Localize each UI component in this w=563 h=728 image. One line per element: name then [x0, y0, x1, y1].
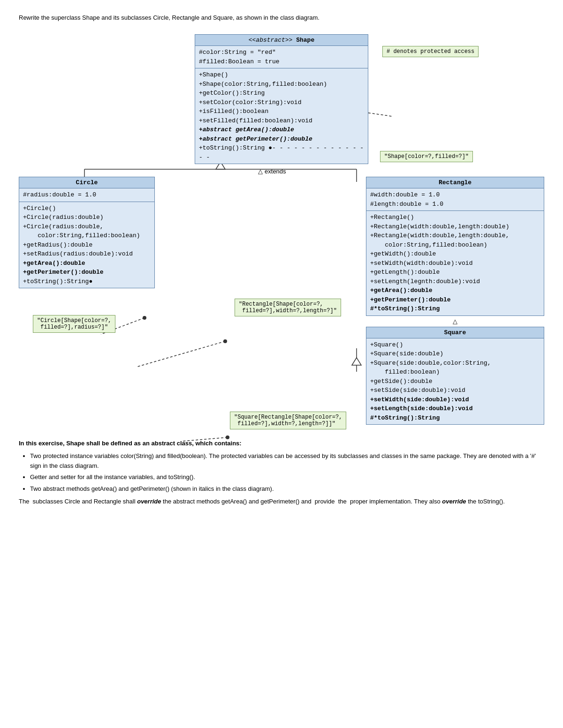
description-section: In this exercise, Shape shall be defined…	[19, 439, 544, 507]
rectangle-method-2: +Rectangle(width:double,length:double)	[370, 222, 540, 232]
square-method-4: +getSide():double	[370, 377, 540, 386]
circle-box-wrapper: Circle #radius:double = 1.0 +Circle() +C…	[19, 177, 155, 288]
square-class-box: Square +Square() +Square(side:double) +S…	[366, 327, 544, 425]
square-method-2: +Square(side:double)	[370, 349, 540, 359]
rectangle-method-8: +getArea():double	[370, 286, 540, 295]
shape-method-1: +Shape()	[199, 70, 364, 80]
square-tostring-annotation: "Square[Rectangle[Shape[color=?, filled=…	[230, 412, 346, 429]
rectangle-field-2: #length:double = 1.0	[370, 200, 540, 209]
bullet-3: Two abstract methods getArea() and getPe…	[30, 484, 544, 494]
rectangle-method-1: +Rectangle()	[370, 213, 540, 222]
circle-method-8: +toString():String●	[23, 277, 151, 286]
shape-method-7: +abstract getArea():double	[199, 125, 364, 135]
bullet-2: Getter and setter for all the instance v…	[30, 473, 544, 482]
shape-tostring-annotation: "Shape[color=?,filled=?]"	[380, 151, 473, 162]
rectangle-tostring-annotation: "Rectangle[Shape[color=?, filled=?],widt…	[235, 299, 341, 316]
rectangle-method-7: +setLength(legnth:double):void	[370, 277, 540, 286]
shape-method-4: +setColor(color:String):void	[199, 98, 364, 107]
circle-method-5: +setRadius(radius:double):void	[23, 249, 151, 259]
square-method-8: #*toString():String	[370, 413, 540, 423]
rectangle-methods: +Rectangle() +Rectangle(width:double,len…	[366, 211, 544, 315]
circle-class-box: Circle #radius:double = 1.0 +Circle() +C…	[19, 177, 155, 288]
shape-field-1: #color:String = "red"	[199, 48, 364, 57]
square-method-3: +Square(side:double,color:String,	[370, 359, 540, 368]
shape-method-3: +getColor():String	[199, 89, 364, 98]
rectangle-header: Rectangle	[366, 177, 544, 188]
shape-method-6: +setFilled(filled:boolean):void	[199, 116, 364, 126]
circle-header: Circle	[19, 177, 154, 188]
circle-tostring-annotation: "Circle[Shape[color=?, filled=?],radius=…	[33, 315, 115, 333]
rectangle-field-1: #width:double = 1.0	[370, 190, 540, 200]
instruction-text: Rewrite the superclass Shape and its sub…	[19, 14, 544, 21]
shape-method-2: +Shape(color:String,filled:boolean)	[199, 80, 364, 89]
rectangle-method-10: #*toString():String	[370, 304, 540, 314]
rectangle-method-3b: color:String,filled:boolean)	[370, 240, 540, 250]
rectangle-class-box: Rectangle #width:double = 1.0 #length:do…	[366, 177, 544, 316]
shape-methods: +Shape() +Shape(color:String,filled:bool…	[195, 68, 368, 164]
square-method-1: +Square()	[370, 340, 540, 350]
rectangle-row: "Rectangle[Shape[color=?, filled=?],widt…	[366, 177, 544, 316]
rect-to-square-extends: △	[453, 318, 457, 325]
shape-fields: #color:String = "red" #filled:Boolean = …	[195, 46, 368, 68]
bottom-classes-row: Circle #radius:double = 1.0 +Circle() +C…	[19, 177, 544, 425]
bullet-1: Two protected instance variables color(S…	[30, 451, 544, 471]
shape-method-9: +toString():String ●- - - - - - - - - - …	[199, 143, 364, 162]
circle-method-4: +getRadius():double	[23, 240, 151, 250]
rectangle-method-3: +Rectangle(width:double,length:double,	[370, 231, 540, 240]
rectangle-method-6: +getLength():double	[370, 268, 540, 277]
extends-label: △ extends	[258, 168, 286, 175]
shape-header: <<abstract>> Shape	[195, 35, 368, 46]
rectangle-method-9: +getPerimeter():double	[370, 295, 540, 305]
square-methods: +Square() +Square(side:double) +Square(s…	[366, 338, 544, 425]
protected-annotation: # denotes protected access	[382, 46, 479, 57]
circle-methods: +Circle() +Circle(radius:double) +Circle…	[19, 202, 154, 288]
shape-field-2: #filled:Boolean = true	[199, 57, 364, 67]
rectangle-square-column: "Rectangle[Shape[color=?, filled=?],widt…	[366, 177, 544, 425]
circle-method-1: +Circle()	[23, 204, 151, 213]
circle-method-2: +Circle(radius:double)	[23, 213, 151, 222]
square-header: Square	[366, 327, 544, 338]
description-conclusion: The subclasses Circle and Rectangle shal…	[19, 497, 544, 507]
rectangle-fields: #width:double = 1.0 #length:double = 1.0	[366, 188, 544, 211]
circle-method-3b: color:String,filled:boolean)	[23, 231, 151, 240]
circle-method-7: +getPerimeter():double	[23, 268, 151, 277]
rectangle-annotation-wrapper: "Rectangle[Shape[color=?, filled=?],widt…	[235, 299, 341, 316]
circle-fields: #radius:double = 1.0	[19, 188, 154, 202]
shape-method-5: +isFilled():boolean	[199, 107, 364, 116]
shape-class-box: <<abstract>> Shape #color:String = "red"…	[195, 34, 368, 164]
square-method-5: +setSide(side:double):void	[370, 386, 540, 395]
diagram-area: <<abstract>> Shape #color:String = "red"…	[19, 30, 544, 425]
shape-box-wrapper: <<abstract>> Shape #color:String = "red"…	[195, 34, 368, 164]
circle-field-1: #radius:double = 1.0	[23, 190, 151, 200]
rectangle-method-4: +getWidth():double	[370, 249, 540, 259]
extends-label-container: △ extends	[19, 168, 544, 175]
shape-method-8: +abstract getPerimeter():double	[199, 135, 364, 144]
circle-method-3: +Circle(radius:double,	[23, 222, 151, 232]
square-method-6: +setWidth(side:double):void	[370, 395, 540, 405]
description-bullets: Two protected instance variables color(S…	[30, 451, 544, 494]
square-method-7: +setLength(side:double):void	[370, 404, 540, 413]
description-intro: In this exercise, Shape shall be defined…	[19, 439, 544, 449]
shape-box-container: <<abstract>> Shape #color:String = "red"…	[19, 30, 544, 164]
rectangle-method-5: +setWidth(width:double):void	[370, 259, 540, 268]
square-method-3b: filled:boolean)	[370, 368, 540, 377]
square-box-wrapper: Square +Square() +Square(side:double) +S…	[366, 327, 544, 425]
circle-method-6: +getArea():double	[23, 259, 151, 268]
